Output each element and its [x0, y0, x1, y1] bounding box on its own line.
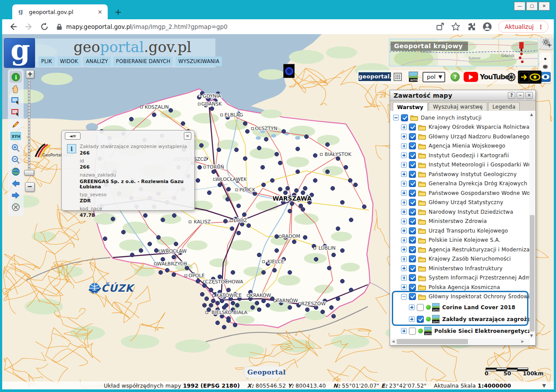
facility-dot[interactable] [234, 148, 238, 152]
facility-dot[interactable] [296, 147, 299, 151]
facility-dot[interactable] [211, 170, 215, 173]
facility-dot[interactable] [255, 301, 259, 305]
facility-dot[interactable] [327, 266, 331, 270]
layer-tree-item[interactable]: Instytut Meteorologii i Gospodarki Wodne… [393, 160, 530, 170]
facility-dot[interactable] [154, 248, 158, 252]
facility-dot[interactable] [288, 209, 292, 213]
menu-widok[interactable]: WIDOK [57, 57, 81, 66]
facility-dot[interactable] [207, 307, 211, 311]
facility-dot[interactable] [209, 303, 213, 307]
layer-tree-item[interactable]: Ministerstwo Zdrowia [393, 217, 530, 226]
facility-dot[interactable] [129, 117, 133, 121]
zoom-out-button[interactable]: − [25, 182, 35, 192]
layer-checkbox[interactable] [409, 171, 416, 178]
update-browser-button[interactable]: Aktualizuj ⋮ [498, 21, 549, 33]
facility-dot[interactable] [236, 204, 240, 208]
facility-dot[interactable] [261, 183, 265, 187]
layer-tree-item[interactable]: Urząd Transportu Kolejowego [393, 226, 530, 236]
expand-icon[interactable] [401, 284, 407, 290]
layer-checkbox[interactable] [417, 316, 424, 323]
facility-dot[interactable] [103, 237, 107, 240]
facility-dot[interactable] [264, 137, 268, 141]
expand-icon[interactable] [401, 152, 407, 158]
layer-checkbox[interactable] [409, 142, 416, 149]
xyh-coordinates-tool[interactable]: XYH [10, 130, 22, 142]
expand-icon[interactable] [401, 247, 407, 252]
expand-icon[interactable] [409, 304, 415, 310]
facility-dot[interactable] [226, 187, 230, 191]
facility-dot[interactable] [121, 230, 125, 234]
facility-dot[interactable] [362, 205, 366, 208]
facility-dot[interactable] [331, 253, 335, 257]
popup-close-icon[interactable]: ✕ [184, 132, 191, 140]
facility-dot[interactable] [303, 235, 307, 239]
extensions-puzzle-icon[interactable] [467, 22, 476, 32]
expand-icon[interactable] [409, 316, 415, 322]
facility-dot[interactable] [209, 288, 213, 292]
facility-dot[interactable] [200, 292, 204, 296]
layer-tree-item[interactable]: Krajowy Zasób Nieruchomości [393, 254, 530, 264]
facility-dot[interactable] [299, 204, 303, 208]
facility-dot[interactable] [197, 165, 201, 169]
facility-dot[interactable] [223, 219, 227, 223]
geoportal-logo[interactable]: g [4, 39, 35, 67]
facility-dot[interactable] [331, 314, 335, 318]
facility-dot[interactable] [292, 240, 296, 244]
facility-dot[interactable] [250, 305, 254, 309]
panel-close-button[interactable]: ✕ [525, 92, 533, 99]
next-view-tool[interactable] [10, 189, 22, 201]
grid-tool-icon[interactable] [394, 73, 402, 81]
layer-tree-item[interactable]: Główny Urząd Nadzoru Budowlanego [393, 132, 530, 141]
back-icon[interactable] [8, 22, 18, 32]
collapse-icon[interactable] [393, 115, 399, 120]
facility-dot[interactable] [226, 318, 230, 322]
facility-dot[interactable] [261, 270, 265, 274]
facility-dot[interactable] [220, 299, 224, 303]
panel-title-bar[interactable]: Zawartość mapy ? – ✕ [390, 90, 535, 101]
facility-dot[interactable] [290, 201, 294, 205]
facility-dot[interactable] [272, 268, 276, 272]
layer-checkbox[interactable] [409, 284, 416, 291]
wheel-icon[interactable] [507, 72, 516, 82]
facility-dot[interactable] [215, 321, 219, 325]
facility-dot[interactable] [169, 108, 172, 112]
layer-checkbox[interactable] [409, 152, 416, 159]
draw-pencil-tool[interactable] [10, 118, 22, 130]
zoom-track[interactable] [28, 79, 30, 172]
expand-icon[interactable] [401, 134, 407, 139]
share-icon[interactable] [435, 22, 445, 32]
small-eye-icon[interactable] [543, 65, 548, 69]
vscroll-thumb[interactable] [530, 215, 535, 332]
expand-icon[interactable] [401, 181, 407, 187]
forward-icon[interactable] [24, 22, 34, 32]
facility-dot[interactable] [152, 113, 156, 117]
facility-dot[interactable] [283, 191, 287, 194]
facility-dot[interactable] [261, 299, 265, 303]
expand-icon[interactable] [401, 275, 407, 281]
layer-tree-item[interactable]: Agencja Mienia Wojskowego [393, 141, 530, 151]
facility-dot[interactable] [139, 248, 143, 252]
facility-dot[interactable] [314, 257, 318, 261]
facility-dot[interactable] [199, 143, 203, 147]
facility-dot[interactable] [196, 279, 200, 283]
statusbar-collapse-icon[interactable]: ▼ [542, 383, 546, 388]
horizontal-scrollbar[interactable]: ◀▶ [391, 339, 530, 345]
pan-hand-tool[interactable] [10, 83, 22, 95]
layer-checkbox[interactable] [409, 293, 416, 300]
facility-dot[interactable] [266, 303, 270, 307]
layer-checkbox[interactable] [409, 328, 416, 335]
menu-plik[interactable]: PLIK [39, 57, 55, 66]
layer-checkbox[interactable] [417, 304, 424, 311]
facility-dot[interactable] [243, 121, 247, 125]
facility-dot[interactable] [257, 253, 261, 257]
wms-tool-icon[interactable]: wms [408, 71, 418, 83]
facility-dot[interactable] [336, 297, 340, 300]
collapse-icon[interactable] [401, 294, 407, 300]
facility-dot[interactable] [340, 200, 344, 204]
facility-dot[interactable] [288, 270, 292, 274]
expand-icon[interactable] [401, 200, 407, 205]
facility-dot[interactable] [226, 288, 230, 292]
facility-dot[interactable] [282, 129, 285, 133]
layer-checkbox[interactable] [409, 199, 416, 206]
zoom-in-button[interactable]: + [26, 70, 34, 78]
